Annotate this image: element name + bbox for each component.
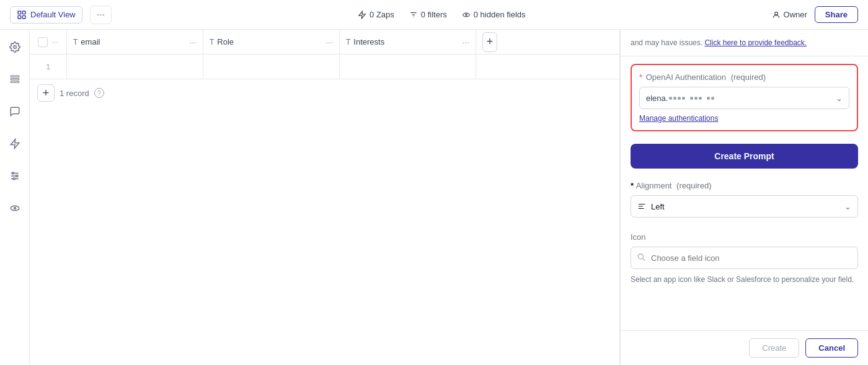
svg-rect-12 bbox=[11, 76, 19, 77]
feedback-link[interactable]: Click here to provide feedback. bbox=[704, 38, 807, 47]
svg-marker-4 bbox=[359, 11, 366, 19]
filters-label: 0 filters bbox=[421, 10, 447, 19]
sidebar-icon-zap[interactable] bbox=[5, 134, 25, 154]
search-svg bbox=[637, 253, 645, 262]
owner-button[interactable]: Owner bbox=[772, 10, 807, 19]
role-col-label: Role bbox=[217, 37, 234, 46]
zap-sidebar-icon bbox=[9, 138, 20, 149]
svg-rect-13 bbox=[11, 79, 19, 80]
role-type-icon: T bbox=[210, 38, 214, 46]
svg-point-9 bbox=[466, 14, 467, 15]
view-label: Default View bbox=[30, 10, 76, 19]
filters-button[interactable]: 0 filters bbox=[409, 10, 447, 19]
auth-required-label: (required) bbox=[731, 73, 766, 82]
alignment-label-text: Alignment bbox=[636, 181, 672, 190]
icon-input-wrapper bbox=[631, 247, 858, 269]
hidden-fields-button[interactable]: 0 hidden fields bbox=[462, 10, 526, 19]
svg-point-27 bbox=[638, 254, 643, 259]
list-icon bbox=[9, 74, 20, 85]
alignment-chevron-icon: ⌄ bbox=[844, 202, 851, 211]
header-checkbox[interactable] bbox=[38, 37, 48, 47]
topbar-center: 0 Zaps 0 filters 0 hidden fields bbox=[119, 10, 764, 19]
auth-required-star: * bbox=[639, 73, 642, 82]
auth-dots-1 bbox=[669, 97, 685, 100]
manage-auth-link[interactable]: Manage authentications bbox=[639, 114, 849, 123]
svg-rect-14 bbox=[11, 81, 19, 82]
svg-point-11 bbox=[13, 46, 16, 49]
add-row-button[interactable]: + bbox=[37, 84, 55, 102]
panel-top-note: and may have issues. Click here to provi… bbox=[621, 30, 868, 56]
share-button[interactable]: Share bbox=[815, 6, 858, 23]
search-icon bbox=[637, 253, 645, 263]
record-count: 1 record bbox=[60, 89, 89, 98]
sliders-icon bbox=[9, 170, 20, 182]
sidebar-icon-sliders[interactable] bbox=[5, 166, 25, 186]
alignment-label: * Alignment (required) bbox=[631, 181, 858, 190]
alignment-required-label: (required) bbox=[676, 181, 711, 190]
td-email[interactable] bbox=[67, 55, 203, 79]
eye-sidebar-icon bbox=[9, 203, 20, 214]
td-row-number: 1 bbox=[30, 55, 67, 79]
zaps-button[interactable]: 0 Zaps bbox=[358, 10, 394, 19]
view-more-button[interactable]: ··· bbox=[90, 6, 112, 24]
th-email: T email ··· bbox=[67, 30, 203, 54]
align-left-icon bbox=[637, 202, 646, 211]
right-panel: and may have issues. Click here to provi… bbox=[620, 30, 868, 365]
create-prompt-button[interactable]: Create Prompt bbox=[631, 144, 858, 169]
auth-prefix: elena. bbox=[646, 94, 668, 103]
topbar-right: Owner Share bbox=[772, 6, 858, 23]
sidebar-icon-list[interactable] bbox=[5, 69, 25, 89]
icon-search-input[interactable] bbox=[631, 247, 858, 269]
auth-label-text: OpenAI Authentication bbox=[646, 73, 726, 82]
sidebar-icon-settings[interactable] bbox=[5, 37, 25, 57]
icon-section: Icon Select an app icon like Slack or Sa… bbox=[621, 225, 868, 292]
sidebar-icon-eye[interactable] bbox=[5, 198, 25, 218]
gear-icon bbox=[9, 42, 20, 53]
filters-icon bbox=[409, 11, 418, 19]
alignment-select-wrapper: Left ⌄ bbox=[631, 195, 858, 218]
svg-point-23 bbox=[14, 208, 16, 209]
sidebar-icon-comment[interactable] bbox=[5, 102, 25, 121]
zaps-label: 0 Zaps bbox=[370, 10, 394, 19]
email-type-icon: T bbox=[73, 38, 78, 46]
td-role[interactable] bbox=[203, 55, 340, 79]
alignment-required-star: * bbox=[631, 181, 636, 190]
auth-section: * OpenAI Authentication (required) elena… bbox=[631, 64, 858, 131]
svg-point-10 bbox=[774, 12, 777, 15]
svg-line-28 bbox=[643, 258, 645, 260]
icon-label: Icon bbox=[631, 232, 858, 242]
top-note-text: and may have issues. bbox=[631, 38, 702, 47]
th-more-first[interactable]: ··· bbox=[51, 38, 58, 46]
auth-value-display[interactable]: elena. ⌄ bbox=[639, 87, 849, 109]
auth-select-wrapper: elena. ⌄ bbox=[639, 87, 849, 109]
create-button[interactable]: Create bbox=[749, 338, 799, 358]
hidden-fields-label: 0 hidden fields bbox=[474, 10, 526, 19]
table-header: ··· T email ··· T Role ··· T Interest bbox=[30, 30, 619, 55]
svg-point-21 bbox=[13, 178, 15, 180]
alignment-section: * Alignment (required) Left ⌄ bbox=[621, 174, 868, 225]
th-checkbox: ··· bbox=[30, 30, 67, 54]
td-interests[interactable] bbox=[340, 55, 476, 79]
alignment-select[interactable]: Left ⌄ bbox=[631, 195, 858, 218]
comment-icon bbox=[9, 106, 20, 117]
eye-icon bbox=[462, 11, 471, 19]
user-icon bbox=[772, 11, 781, 19]
cancel-button[interactable]: Cancel bbox=[805, 338, 858, 358]
th-add-col: + bbox=[476, 30, 503, 54]
role-col-more[interactable]: ··· bbox=[326, 37, 333, 47]
email-col-more[interactable]: ··· bbox=[189, 37, 197, 47]
interests-col-label: Interests bbox=[353, 37, 384, 46]
add-column-button[interactable]: + bbox=[482, 32, 497, 52]
row-number: 1 bbox=[46, 63, 50, 71]
icon-hint: Select an app icon like Slack or Salesfo… bbox=[631, 274, 858, 285]
panel-footer: Create Cancel bbox=[621, 330, 868, 365]
help-icon[interactable]: ? bbox=[94, 88, 104, 98]
default-view-button[interactable]: Default View bbox=[10, 6, 82, 24]
auth-label: * OpenAI Authentication (required) bbox=[639, 73, 849, 82]
interests-col-more[interactable]: ··· bbox=[462, 37, 469, 47]
auth-dots-2 bbox=[690, 97, 702, 100]
table-footer: + 1 record ? bbox=[30, 79, 619, 107]
table-icon bbox=[17, 10, 27, 20]
table-row: 1 bbox=[30, 55, 619, 79]
svg-point-22 bbox=[11, 206, 19, 211]
